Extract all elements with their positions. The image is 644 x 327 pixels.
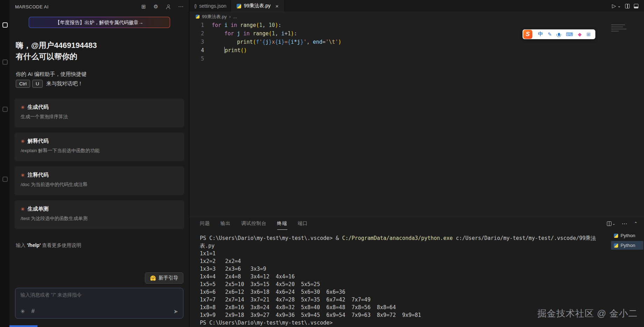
card-comment-code[interactable]: ✳注释代码 /doc 为当前选中的代码生成注释	[14, 166, 184, 195]
annual-report-banner[interactable]: 【年度报告】出炉，解锁专属代码徽章→	[29, 17, 170, 28]
more-icon[interactable]: ⋯	[178, 3, 183, 10]
activity-icon-3[interactable]	[2, 107, 8, 112]
code-line: print()	[212, 46, 644, 55]
sparkle-icon[interactable]: ✳	[20, 308, 25, 315]
activity-icon-2[interactable]	[2, 59, 8, 65]
terminal-line: 1x6=6 2x6=12 3x6=18 4x6=24 5x6=30 6x6=36	[200, 288, 644, 296]
help-command: '/help'	[27, 242, 41, 248]
chat-input[interactable]	[20, 292, 178, 298]
panel-tab-output[interactable]: 输出	[220, 217, 231, 230]
split-editor-icon[interactable]	[625, 4, 630, 8]
skin-icon[interactable]: ◆	[578, 31, 582, 37]
new-chat-icon[interactable]: ⊞	[141, 3, 146, 10]
watermark: 掘金技术社区 @ 金小二	[537, 307, 638, 320]
code-editor[interactable]: 12345 for i in range(1, 10): for j in ra…	[189, 21, 644, 217]
card-explain-code[interactable]: ✳解释代码 /explain 解释一下当前选中函数的功能	[14, 133, 184, 161]
card-desc: 生成一个冒泡排序算法	[21, 114, 178, 120]
line-number: 3	[189, 38, 204, 46]
sparkle-icon: ✳	[21, 138, 25, 144]
terminal-session-python-1[interactable]: Python	[611, 231, 643, 240]
onboarding-button[interactable]: 🤗 新手引导	[145, 272, 183, 284]
gear-icon[interactable]: ⚙	[154, 3, 158, 10]
terminal-line: 表.py	[200, 242, 644, 250]
run-dropdown-icon[interactable]: ⌄	[617, 3, 621, 8]
card-generate-test[interactable]: ✳生成单测 /test 为这段选中的函数生成单测	[14, 200, 184, 229]
terminal-line: 1x2=2 2x2=4	[200, 257, 644, 265]
panel-tab-terminal[interactable]: 终端	[277, 217, 287, 230]
chat-input-box[interactable]: ✳ # ➤	[15, 288, 183, 319]
line-numbers: 12345	[189, 21, 212, 217]
terminal-line: 1x7=7 2x7=14 3x7=21 4x7=28 5x7=35 6x7=42…	[200, 296, 644, 304]
breadcrumb-file[interactable]: 99乘法表.py	[202, 14, 227, 20]
sogou-ime-toolbar[interactable]: S 中 ✎ ⌨ ◆ ⊞	[523, 29, 595, 39]
run-python-file-button[interactable]: ▷	[612, 3, 616, 9]
card-title: 生成单测	[28, 206, 49, 212]
panel-tab-ports[interactable]: 端口	[298, 217, 308, 230]
python-icon	[237, 4, 241, 8]
activity-bar	[0, 0, 9, 327]
maximize-panel-icon[interactable]: ⌃	[634, 221, 638, 226]
account-icon[interactable]	[166, 5, 170, 9]
more-actions-icon[interactable]: ⋯	[622, 220, 628, 227]
card-generate-code[interactable]: ✳生成代码 生成一个冒泡排序算法	[14, 99, 184, 127]
python-icon	[614, 234, 618, 238]
kbd-ctrl: Ctrl	[16, 80, 30, 88]
terminal-line: 1x1=1	[200, 250, 644, 257]
voice-input-icon[interactable]	[558, 33, 560, 36]
panel-tab-debug-console[interactable]: 调试控制台	[241, 217, 267, 230]
handwriting-icon[interactable]: ✎	[548, 31, 552, 37]
hash-context-icon[interactable]: #	[31, 308, 34, 315]
line-number: 1	[189, 21, 204, 29]
card-desc: /doc 为当前选中的代码生成注释	[21, 182, 178, 188]
activity-icon-4[interactable]	[2, 177, 8, 182]
send-icon[interactable]: ➤	[174, 308, 178, 315]
line-number: 5	[189, 55, 204, 63]
tab-99-multiplication-py[interactable]: 99乘法表.py ×	[232, 0, 284, 12]
taskbar-sliver	[9, 325, 37, 327]
kbd-u: U	[32, 80, 43, 88]
panel-header: MARSCODE AI ⊞ ⚙ ⋯	[9, 0, 189, 10]
line-number: 4	[189, 46, 204, 55]
breadcrumb-more[interactable]: ...	[233, 14, 237, 19]
toggle-panel-icon[interactable]	[634, 4, 638, 8]
python-icon	[614, 243, 618, 248]
code-content[interactable]: for i in range(1, 10): for j in range(1,…	[212, 21, 644, 217]
split-terminal-icon[interactable]: ⌄	[607, 221, 615, 226]
editor-group: {} settings.json 99乘法表.py × ▷ ⌄ 99乘法表.py…	[189, 0, 644, 327]
intro-text: 你的 AI 编程助手，使用快捷键 CtrlU 来与我对话吧！	[16, 69, 189, 88]
vscode-window: MARSCODE AI ⊞ ⚙ ⋯ 【年度报告】出炉，解锁专属代码徽章→ 嗨，@…	[0, 0, 644, 327]
code-line: for i in range(1, 10):	[212, 21, 644, 29]
terminal-view[interactable]: PS C:\Users\Dario\my-test\my-test\.vscod…	[189, 230, 644, 327]
panel-tab-bar: 问题 输出 调试控制台 终端 端口 ⌄ ⋯ ⌃	[189, 217, 644, 230]
hug-emoji-icon: 🤗	[150, 275, 156, 281]
terminal-line: 1x4=4 2x4=8 3x4=12 4x4=16	[200, 273, 644, 280]
python-icon	[196, 15, 200, 19]
help-hint: 输入 '/help' 查看更多使用说明	[16, 242, 189, 249]
terminal-session-list: Python Python	[611, 231, 643, 251]
greeting: 嗨，@用户4469194483 有什么可以帮你的	[16, 40, 189, 62]
keyboard-icon[interactable]: ⌨	[566, 31, 573, 37]
sparkle-icon: ✳	[21, 105, 25, 110]
minimap[interactable]	[611, 23, 627, 33]
card-title: 解释代码	[28, 138, 49, 144]
bottom-panel: 问题 输出 调试控制台 终端 端口 ⌄ ⋯ ⌃ PS C:\Users\Dari…	[189, 217, 644, 327]
terminal-line: PS C:\Users\Dario\my-test\my-test\.vscod…	[200, 319, 644, 327]
chevron-right-icon: ›	[229, 14, 231, 19]
terminal-line: PS C:\Users\Dario\my-test\my-test\.vscod…	[200, 234, 644, 242]
sogou-logo: S	[523, 30, 532, 39]
toolbox-icon[interactable]: ⊞	[587, 31, 591, 37]
chinese-mode-icon[interactable]: 中	[538, 31, 543, 37]
sparkle-icon: ✳	[21, 172, 25, 178]
panel-tab-problems[interactable]: 问题	[200, 217, 210, 230]
terminal-session-python-2[interactable]: Python	[611, 241, 643, 250]
activity-icon-1[interactable]	[2, 22, 8, 28]
line-number: 2	[189, 29, 204, 38]
tab-settings-json[interactable]: {} settings.json	[189, 0, 232, 12]
card-title: 生成代码	[28, 104, 49, 111]
quick-action-cards: ✳生成代码 生成一个冒泡排序算法 ✳解释代码 /explain 解释一下当前选中…	[9, 99, 189, 229]
banner-text: 【年度报告】出炉，解锁专属代码徽章→	[29, 17, 170, 28]
breadcrumb[interactable]: 99乘法表.py › ...	[189, 12, 644, 21]
terminal-line: 1x5=5 2x5=10 3x5=15 4x5=20 5x5=25	[200, 280, 644, 288]
panel-title: MARSCODE AI	[15, 4, 49, 9]
close-icon[interactable]: ×	[275, 3, 279, 9]
